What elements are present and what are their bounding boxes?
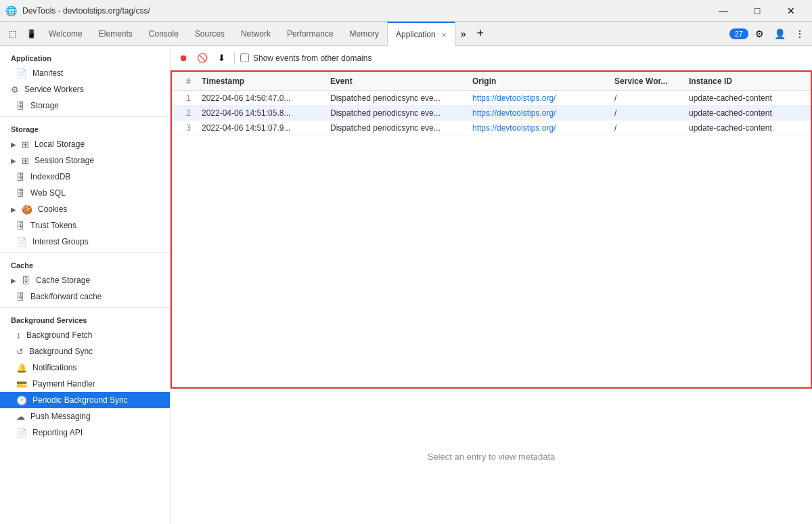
periodic-sync-icon: 🕐 xyxy=(16,395,27,406)
table-row[interactable]: 2 2022-04-06 14:51:05.8... Dispatched pe… xyxy=(172,106,811,121)
download-button[interactable]: ⬇ xyxy=(214,51,229,66)
sidebar-item-background-sync[interactable]: ↺ Background Sync xyxy=(0,343,170,359)
row3-event: Dispatched periodicsync eve... xyxy=(325,121,467,135)
row2-event: Dispatched periodicsync eve... xyxy=(325,106,467,120)
tab-memory[interactable]: Memory xyxy=(342,22,387,46)
table-body: 1 2022-04-06 14:50:47.0... Dispatched pe… xyxy=(172,91,811,387)
service-workers-icon: ⚙ xyxy=(11,85,19,95)
app-icon: 🌐 xyxy=(5,5,17,16)
tab-bar: ⬚ 📱 Welcome Elements Console Sources Net… xyxy=(0,22,812,46)
storage-app-icon: 🗄 xyxy=(16,101,25,111)
toolbar-right: 27 ⚙ 👤 ⋮ xyxy=(729,24,809,43)
more-options-button[interactable]: ⋮ xyxy=(790,24,809,43)
expand-session-storage-icon: ▶ xyxy=(11,157,16,165)
sidebar-item-local-storage[interactable]: ▶ ⊞ Local Storage xyxy=(0,136,170,152)
expand-local-storage-icon: ▶ xyxy=(11,141,16,148)
expand-cache-storage-icon: ▶ xyxy=(11,277,16,284)
sidebar-item-web-sql[interactable]: 🗄 Web SQL xyxy=(0,185,170,201)
sidebar-item-trust-tokens[interactable]: 🗄 Trust Tokens xyxy=(0,217,170,234)
tab-performance[interactable]: Performance xyxy=(279,22,342,46)
clear-button[interactable]: 🚫 xyxy=(195,51,210,66)
bottom-panel-placeholder: Select an entry to view metadata xyxy=(428,452,556,462)
maximize-button[interactable]: □ xyxy=(742,0,773,22)
row1-instance: update-cached-content xyxy=(683,91,811,105)
content-area: ⏺ 🚫 ⬇ Show events from other domains # T… xyxy=(171,46,812,524)
row3-num: 3 xyxy=(172,121,196,135)
sidebar-item-indexeddb[interactable]: 🗄 IndexedDB xyxy=(0,169,170,185)
col-header-origin: Origin xyxy=(467,74,609,88)
sidebar-item-reporting-api[interactable]: 📄 Reporting API xyxy=(0,424,170,441)
tab-welcome[interactable]: Welcome xyxy=(41,22,91,46)
col-header-instance: Instance ID xyxy=(683,74,811,88)
web-sql-icon: 🗄 xyxy=(16,188,25,198)
show-events-label[interactable]: Show events from other domains xyxy=(240,53,371,63)
row3-instance: update-cached-content xyxy=(683,121,811,135)
sidebar-item-backforward-cache[interactable]: 🗄 Back/forward cache xyxy=(0,288,170,305)
more-tabs-button[interactable]: » xyxy=(455,22,472,46)
sidebar: Application 📄 Manifest ⚙ Service Workers… xyxy=(0,46,171,524)
notifications-icon: 🔔 xyxy=(16,363,27,373)
window-controls: — □ ✕ xyxy=(708,0,807,22)
window-title: DevTools - devtoolstips.org/tag/css/ xyxy=(22,6,702,16)
sidebar-item-notifications[interactable]: 🔔 Notifications xyxy=(0,359,170,376)
sidebar-item-session-storage[interactable]: ▶ ⊞ Session Storage xyxy=(0,152,170,169)
tab-application[interactable]: Application ✕ xyxy=(387,22,455,46)
trust-tokens-icon: 🗄 xyxy=(16,221,25,231)
sidebar-item-cache-storage[interactable]: ▶ 🗄 Cache Storage xyxy=(0,272,170,288)
row2-origin: https://devtoolstips.org/ xyxy=(467,106,609,120)
data-table: # Timestamp Event Origin Service Wor... … xyxy=(171,70,812,389)
col-header-worker: Service Wor... xyxy=(609,74,683,88)
settings-button[interactable]: ⚙ xyxy=(750,24,769,43)
dock-button[interactable]: ⬚ xyxy=(3,24,22,43)
manifest-icon: 📄 xyxy=(16,68,27,79)
show-events-checkbox[interactable] xyxy=(240,53,249,62)
row3-timestamp: 2022-04-06 14:51:07.9... xyxy=(196,121,325,135)
row3-worker: / xyxy=(609,121,683,135)
profile-button[interactable]: 👤 xyxy=(770,24,789,43)
sidebar-item-cookies[interactable]: ▶ 🍪 Cookies xyxy=(0,201,170,217)
minimize-button[interactable]: — xyxy=(708,0,739,22)
tab-network[interactable]: Network xyxy=(233,22,279,46)
row2-instance: update-cached-content xyxy=(683,106,811,120)
title-bar: 🌐 DevTools - devtoolstips.org/tag/css/ —… xyxy=(0,0,812,22)
tab-elements[interactable]: Elements xyxy=(91,22,141,46)
row1-event: Dispatched periodicsync eve... xyxy=(325,91,467,105)
record-button[interactable]: ⏺ xyxy=(176,51,191,66)
col-header-timestamp: Timestamp xyxy=(196,74,325,88)
col-header-event: Event xyxy=(325,74,467,88)
tab-sources[interactable]: Sources xyxy=(187,22,233,46)
table-row[interactable]: 3 2022-04-06 14:51:07.9... Dispatched pe… xyxy=(172,121,811,135)
sidebar-section-application: Application xyxy=(0,49,170,65)
tab-console[interactable]: Console xyxy=(141,22,187,46)
tab-application-close[interactable]: ✕ xyxy=(441,31,447,39)
sidebar-item-manifest[interactable]: 📄 Manifest xyxy=(0,65,170,81)
sidebar-item-service-workers[interactable]: ⚙ Service Workers xyxy=(0,81,170,97)
table-row[interactable]: 1 2022-04-06 14:50:47.0... Dispatched pe… xyxy=(172,91,811,106)
indexeddb-icon: 🗄 xyxy=(16,172,25,182)
sidebar-item-payment-handler[interactable]: 💳 Payment Handler xyxy=(0,376,170,392)
session-storage-icon: ⊞ xyxy=(22,156,29,166)
device-toolbar-button[interactable]: 📱 xyxy=(22,24,41,43)
row1-num: 1 xyxy=(172,91,196,105)
sidebar-section-cache: Cache xyxy=(0,256,170,272)
notification-badge[interactable]: 27 xyxy=(729,28,748,39)
add-tab-button[interactable]: + xyxy=(471,22,489,46)
cookies-icon: 🍪 xyxy=(22,204,32,215)
main-layout: Application 📄 Manifest ⚙ Service Workers… xyxy=(0,46,812,524)
sidebar-item-interest-groups[interactable]: 📄 Interest Groups xyxy=(0,234,170,250)
toolbar-divider xyxy=(234,53,235,64)
reporting-api-icon: 📄 xyxy=(16,428,27,438)
sidebar-section-background-services: Background Services xyxy=(0,311,170,327)
backforward-cache-icon: 🗄 xyxy=(16,292,25,302)
row2-worker: / xyxy=(609,106,683,120)
sidebar-item-background-fetch[interactable]: ↕ Background Fetch xyxy=(0,327,170,343)
table-header: # Timestamp Event Origin Service Wor... … xyxy=(172,72,811,91)
sidebar-item-push-messaging[interactable]: ☁ Push Messaging xyxy=(0,408,170,424)
row2-num: 2 xyxy=(172,106,196,120)
show-events-text: Show events from other domains xyxy=(253,53,371,63)
sidebar-item-storage-app[interactable]: 🗄 Storage xyxy=(0,97,170,114)
sidebar-item-periodic-background-sync[interactable]: 🕐 Periodic Background Sync xyxy=(0,392,170,408)
close-button[interactable]: ✕ xyxy=(775,0,807,22)
row1-timestamp: 2022-04-06 14:50:47.0... xyxy=(196,91,325,105)
bottom-panel: Select an entry to view metadata xyxy=(171,389,812,524)
